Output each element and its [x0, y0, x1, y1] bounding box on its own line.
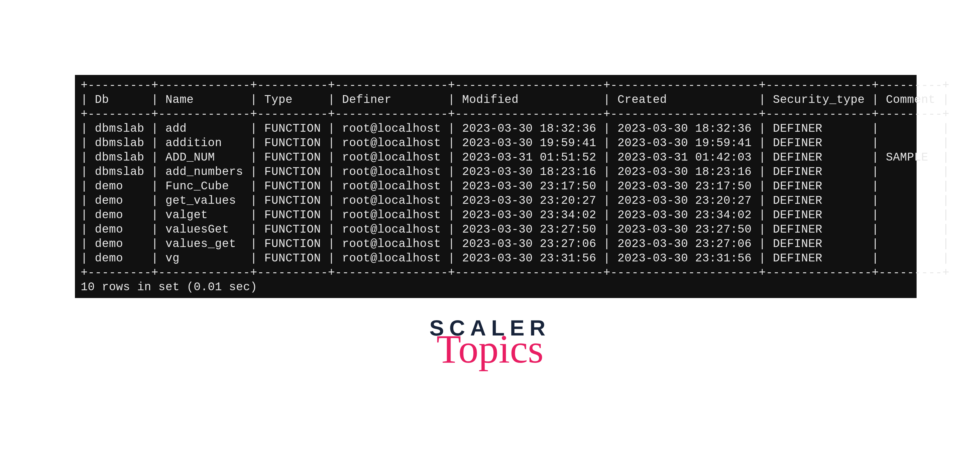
terminal-output: +---------+-------------+----------+----… [75, 75, 916, 298]
logo-topics-text: Topics [430, 331, 550, 367]
scaler-topics-logo: SCALER Topics [430, 317, 550, 367]
